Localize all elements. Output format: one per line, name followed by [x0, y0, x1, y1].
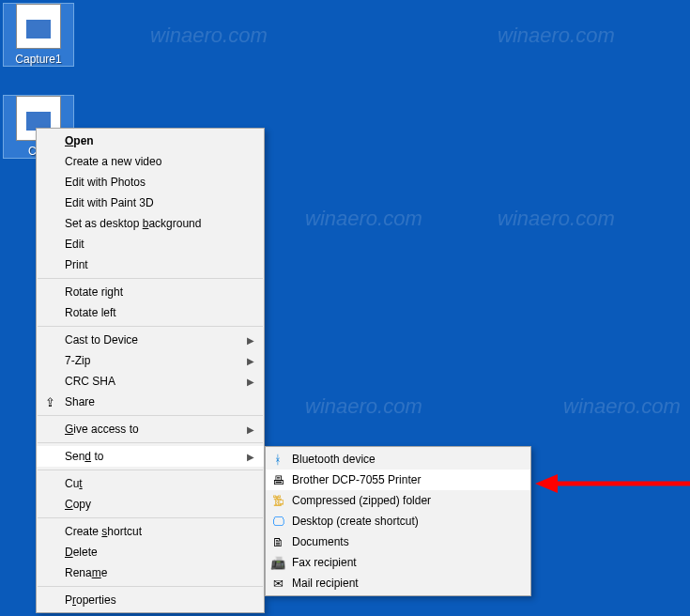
- menu-item-label: Rotate right: [65, 285, 236, 299]
- submenu-arrow-icon: ▶: [247, 335, 254, 346]
- menu-item-label: Share: [65, 395, 236, 408]
- menu-item-label: Cast to Device: [65, 333, 236, 346]
- submenu-item-bluetooth-device[interactable]: ᚼBluetooth device: [266, 449, 530, 470]
- menu-item-label: Print: [65, 258, 236, 271]
- menu-item-rotate-right[interactable]: Rotate right: [37, 282, 264, 302]
- submenu-item-brother-dcp-7055-printer[interactable]: 🖶Brother DCP-7055 Printer: [266, 470, 530, 490]
- fax-icon: 📠: [270, 555, 285, 570]
- menu-item-set-as-desktop-background[interactable]: Set as desktop background: [37, 213, 264, 234]
- desktop-icon-capture1[interactable]: Capture1: [4, 4, 73, 66]
- submenu-arrow-icon: ▶: [247, 424, 254, 435]
- submenu-item-label: Mail recipient: [292, 577, 359, 590]
- watermark: winaero.com: [305, 207, 422, 231]
- image-file-icon: [16, 4, 61, 49]
- watermark: winaero.com: [498, 23, 615, 48]
- menu-item-delete[interactable]: Delete: [37, 542, 264, 562]
- svg-marker-1: [535, 474, 558, 493]
- submenu-item-desktop-create-shortcut-[interactable]: 🖵Desktop (create shortcut): [266, 511, 530, 531]
- documents-icon: 🗎: [270, 534, 285, 549]
- send-to-submenu: ᚼBluetooth device🖶Brother DCP-7055 Print…: [265, 446, 531, 596]
- watermark: winaero.com: [305, 394, 422, 419]
- watermark: winaero.com: [498, 207, 615, 231]
- menu-item-label: Edit with Paint 3D: [65, 196, 236, 209]
- menu-item-label: CRC SHA: [65, 375, 236, 388]
- menu-item-label: Cut: [65, 477, 236, 490]
- menu-separator: [38, 278, 263, 279]
- menu-item-rename[interactable]: Rename: [37, 562, 264, 583]
- menu-item-properties[interactable]: Properties: [37, 590, 264, 610]
- menu-item-label: Create shortcut: [65, 525, 236, 538]
- menu-item-label: Rename: [65, 566, 236, 579]
- submenu-item-label: Bluetooth device: [292, 453, 376, 466]
- annotation-arrow: [535, 470, 690, 498]
- menu-item-label: 7-Zip: [65, 354, 236, 367]
- menu-separator: [38, 326, 263, 327]
- submenu-item-label: Fax recipient: [292, 556, 357, 569]
- submenu-item-documents[interactable]: 🗎Documents: [266, 531, 530, 552]
- menu-item-label: Open: [65, 134, 236, 147]
- menu-item-share[interactable]: ⇪Share: [37, 392, 264, 412]
- submenu-item-fax-recipient[interactable]: 📠Fax recipient: [266, 552, 530, 573]
- menu-separator: [38, 586, 263, 587]
- menu-item-label: Set as desktop background: [65, 217, 236, 230]
- menu-item-edit-with-paint-3d[interactable]: Edit with Paint 3D: [37, 192, 264, 213]
- menu-item-print[interactable]: Print: [37, 254, 264, 275]
- submenu-arrow-icon: ▶: [247, 452, 254, 462]
- desktop-icon: 🖵: [270, 514, 285, 529]
- printer-icon: 🖶: [270, 472, 285, 487]
- submenu-item-label: Desktop (create shortcut): [292, 515, 419, 528]
- menu-item-give-access-to[interactable]: Give access to▶: [37, 419, 264, 439]
- menu-item-label: Delete: [65, 546, 236, 559]
- menu-item-label: Properties: [65, 593, 236, 607]
- context-menu: OpenCreate a new videoEdit with PhotosEd…: [36, 128, 265, 613]
- menu-separator: [38, 517, 263, 518]
- menu-item-edit[interactable]: Edit: [37, 234, 264, 254]
- watermark: winaero.com: [563, 394, 681, 419]
- menu-item-create-a-new-video[interactable]: Create a new video: [37, 151, 264, 172]
- menu-item-7-zip[interactable]: 7-Zip▶: [37, 350, 264, 371]
- menu-item-copy[interactable]: Copy: [37, 494, 264, 515]
- submenu-arrow-icon: ▶: [247, 377, 254, 387]
- menu-item-edit-with-photos[interactable]: Edit with Photos: [37, 172, 264, 192]
- menu-separator: [38, 415, 263, 416]
- menu-item-create-shortcut[interactable]: Create shortcut: [37, 521, 264, 542]
- submenu-item-label: Brother DCP-7055 Printer: [292, 473, 421, 486]
- menu-item-label: Give access to: [65, 423, 236, 436]
- bluetooth-icon: ᚼ: [270, 452, 285, 467]
- menu-item-crc-sha[interactable]: CRC SHA▶: [37, 371, 264, 392]
- icon-label: Capture1: [4, 53, 73, 66]
- menu-separator: [38, 470, 263, 470]
- menu-item-label: Rotate left: [65, 306, 236, 319]
- menu-item-cast-to-device[interactable]: Cast to Device▶: [37, 330, 264, 350]
- mail-icon: ✉: [270, 576, 285, 591]
- submenu-item-mail-recipient[interactable]: ✉Mail recipient: [266, 573, 530, 593]
- menu-item-label: Edit: [65, 238, 236, 251]
- menu-item-open[interactable]: Open: [37, 131, 264, 151]
- menu-item-rotate-left[interactable]: Rotate left: [37, 302, 264, 323]
- menu-item-send-to[interactable]: Send to▶: [37, 446, 264, 467]
- menu-separator: [38, 442, 263, 443]
- submenu-item-compressed-zipped-folder[interactable]: 🗜Compressed (zipped) folder: [266, 490, 530, 511]
- menu-item-label: Send to: [65, 450, 236, 463]
- menu-item-label: Copy: [65, 498, 236, 511]
- watermark: winaero.com: [150, 23, 268, 48]
- share-icon: ⇪: [42, 394, 57, 409]
- submenu-arrow-icon: ▶: [247, 356, 254, 366]
- menu-item-label: Create a new video: [65, 155, 236, 168]
- zip-icon: 🗜: [270, 493, 285, 508]
- submenu-item-label: Compressed (zipped) folder: [292, 494, 431, 507]
- submenu-item-label: Documents: [292, 535, 349, 548]
- menu-item-label: Edit with Photos: [65, 176, 236, 189]
- menu-item-cut[interactable]: Cut: [37, 473, 264, 494]
